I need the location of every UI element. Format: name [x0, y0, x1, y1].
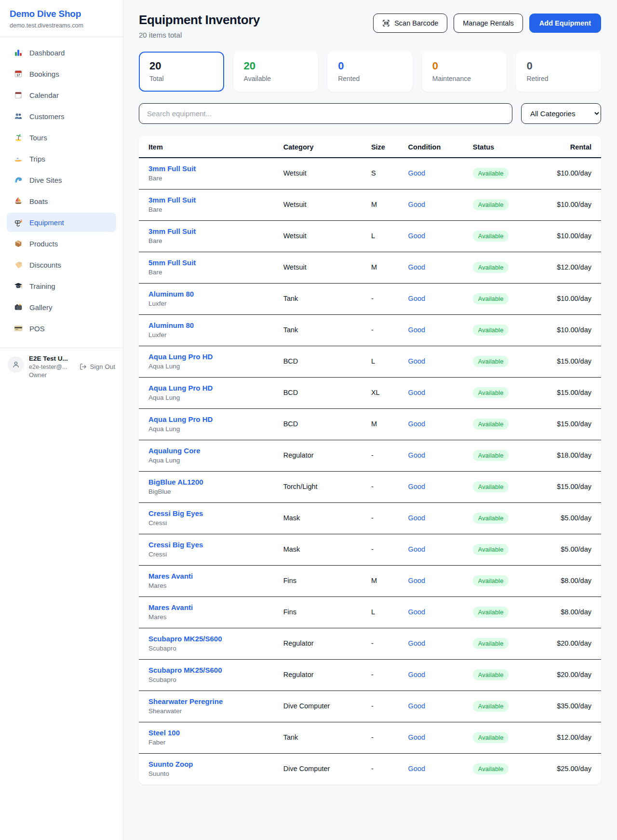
stat-card-rented[interactable]: 0 Rented — [327, 52, 413, 92]
item-brand: Mares — [148, 613, 272, 621]
status-badge: Available — [473, 325, 509, 336]
table-row[interactable]: Mares AvantiMaresFinsLGoodAvailable$8.00… — [139, 597, 601, 628]
table-row[interactable]: Steel 100FaberTank-GoodAvailable$12.00/d… — [139, 722, 601, 754]
sidebar-item-tours[interactable]: Tours — [7, 128, 116, 147]
sidebar-item-dashboard[interactable]: Dashboard — [7, 43, 116, 62]
item-link[interactable]: Suunto Zoop — [148, 760, 272, 768]
table-row[interactable]: Aqua Lung Pro HDAqua LungBCDMGoodAvailab… — [139, 409, 601, 440]
status-badge: Available — [473, 230, 509, 242]
sidebar-item-products[interactable]: Products — [7, 234, 116, 253]
item-size: - — [365, 503, 402, 534]
item-category: Torch/Light — [278, 472, 365, 503]
sidebar-item-training[interactable]: Training — [7, 276, 116, 296]
item-link[interactable]: Aqua Lung Pro HD — [148, 415, 272, 423]
item-link[interactable]: Scubapro MK25/S600 — [148, 666, 272, 674]
user-role: Owner — [29, 372, 75, 379]
table-row[interactable]: 3mm Full SuitBareWetsuitSGoodAvailable$1… — [139, 158, 601, 190]
item-brand: Faber — [148, 739, 272, 746]
category-select[interactable]: All Categories — [521, 103, 601, 124]
add-equipment-label: Add Equipment — [539, 19, 591, 27]
item-link[interactable]: Aqua Lung Pro HD — [148, 352, 272, 361]
item-link[interactable]: 3mm Full Suit — [148, 164, 272, 173]
item-condition: Good — [402, 754, 467, 785]
item-category: Mask — [278, 534, 365, 566]
sidebar-item-equipment[interactable]: Equipment — [7, 213, 116, 232]
table-row[interactable]: Cressi Big EyesCressiMask-GoodAvailable$… — [139, 534, 601, 566]
table-row[interactable]: Cressi Big EyesCressiMask-GoodAvailable$… — [139, 503, 601, 534]
table-row[interactable]: Scubapro MK25/S600ScubaproRegulator-Good… — [139, 660, 601, 691]
item-brand: Shearwater — [148, 707, 272, 715]
item-condition: Good — [402, 503, 467, 534]
table-row[interactable]: BigBlue AL1200BigBlueTorch/Light-GoodAva… — [139, 472, 601, 503]
status-cell: Available — [467, 221, 537, 252]
item-link[interactable]: Cressi Big Eyes — [148, 541, 272, 549]
items-total: 20 items total — [139, 31, 260, 39]
table-row[interactable]: Aqua Lung Pro HDAqua LungBCDLGoodAvailab… — [139, 346, 601, 378]
item-condition: Good — [402, 628, 467, 660]
column-rental: Rental — [537, 136, 601, 158]
item-size: M — [365, 190, 402, 221]
item-size: - — [365, 440, 402, 472]
stat-card-retired[interactable]: 0 Retired — [516, 52, 601, 92]
stat-card-available[interactable]: 20 Available — [233, 52, 319, 92]
item-link[interactable]: 3mm Full Suit — [148, 196, 272, 204]
table-row[interactable]: 3mm Full SuitBareWetsuitLGoodAvailable$1… — [139, 221, 601, 252]
sidebar-item-pos[interactable]: POS — [7, 319, 116, 338]
item-link[interactable]: Aluminum 80 — [148, 290, 272, 298]
stat-card-total[interactable]: 20 Total — [139, 52, 224, 92]
wave-icon — [13, 175, 23, 185]
sidebar-item-gallery[interactable]: Gallery — [7, 298, 116, 317]
stat-label-maintenance: Maintenance — [432, 75, 496, 82]
sign-out-button[interactable]: Sign Out — [80, 363, 115, 370]
sidebar-item-discounts[interactable]: Discounts — [7, 255, 116, 274]
add-equipment-button[interactable]: Add Equipment — [529, 14, 601, 33]
item-category: Wetsuit — [278, 252, 365, 284]
camera-icon — [13, 302, 23, 312]
item-link[interactable]: 5mm Full Suit — [148, 258, 272, 267]
item-link[interactable]: Aqua Lung Pro HD — [148, 384, 272, 392]
manage-rentals-button[interactable]: Manage Rentals — [454, 14, 523, 33]
search-input[interactable] — [139, 103, 512, 124]
table-row[interactable]: Suunto ZoopSuuntoDive Computer-GoodAvail… — [139, 754, 601, 785]
item-link[interactable]: BigBlue AL1200 — [148, 478, 272, 486]
table-row[interactable]: Aqualung CoreAqua LungRegulator-GoodAvai… — [139, 440, 601, 472]
item-link[interactable]: Cressi Big Eyes — [148, 509, 272, 517]
item-condition: Good — [402, 252, 467, 284]
item-category: Wetsuit — [278, 190, 365, 221]
calendar-date-icon: 17 — [13, 69, 23, 79]
table-row[interactable]: Scubapro MK25/S600ScubaproRegulator-Good… — [139, 628, 601, 660]
table-row[interactable]: Aqua Lung Pro HDAqua LungBCDXLGoodAvaila… — [139, 378, 601, 409]
sidebar-item-customers[interactable]: Customers — [7, 107, 116, 126]
scan-barcode-button[interactable]: Scan Barcode — [373, 14, 447, 33]
sidebar-item-calendar[interactable]: Calendar — [7, 85, 116, 105]
item-category: Regulator — [278, 660, 365, 691]
stat-cards: 20 Total 20 Available 0 Rented 0 Mainten… — [139, 52, 601, 92]
item-link[interactable]: Mares Avanti — [148, 572, 272, 580]
sidebar-item-dive-sites[interactable]: Dive Sites — [7, 170, 116, 190]
item-link[interactable]: Aluminum 80 — [148, 321, 272, 329]
sidebar-item-label: POS — [29, 325, 45, 333]
table-row[interactable]: 5mm Full SuitBareWetsuitMGoodAvailable$1… — [139, 252, 601, 284]
table-row[interactable]: 3mm Full SuitBareWetsuitMGoodAvailable$1… — [139, 190, 601, 221]
table-row[interactable]: Aluminum 80LuxferTank-GoodAvailable$10.0… — [139, 315, 601, 346]
sailboat-icon — [13, 196, 23, 206]
status-badge: Available — [473, 638, 509, 649]
status-badge: Available — [473, 450, 509, 461]
item-link[interactable]: Scubapro MK25/S600 — [148, 635, 272, 643]
item-link[interactable]: Mares Avanti — [148, 603, 272, 611]
stat-card-maintenance[interactable]: 0 Maintenance — [422, 52, 507, 92]
item-size: M — [365, 409, 402, 440]
item-condition: Good — [402, 315, 467, 346]
item-link[interactable]: 3mm Full Suit — [148, 227, 272, 235]
item-rental: $12.00/day — [537, 252, 601, 284]
table-row[interactable]: Mares AvantiMaresFinsMGoodAvailable$8.00… — [139, 566, 601, 597]
sidebar-item-bookings[interactable]: 17Bookings — [7, 64, 116, 83]
item-link[interactable]: Steel 100 — [148, 729, 272, 737]
item-link[interactable]: Aqualung Core — [148, 447, 272, 455]
table-row[interactable]: Aluminum 80LuxferTank-GoodAvailable$10.0… — [139, 284, 601, 315]
sidebar-item-boats[interactable]: Boats — [7, 191, 116, 211]
sidebar-item-trips[interactable]: Trips — [7, 149, 116, 168]
item-link[interactable]: Shearwater Peregrine — [148, 697, 272, 705]
item-rental: $15.00/day — [537, 378, 601, 409]
table-row[interactable]: Shearwater PeregrineShearwaterDive Compu… — [139, 691, 601, 722]
